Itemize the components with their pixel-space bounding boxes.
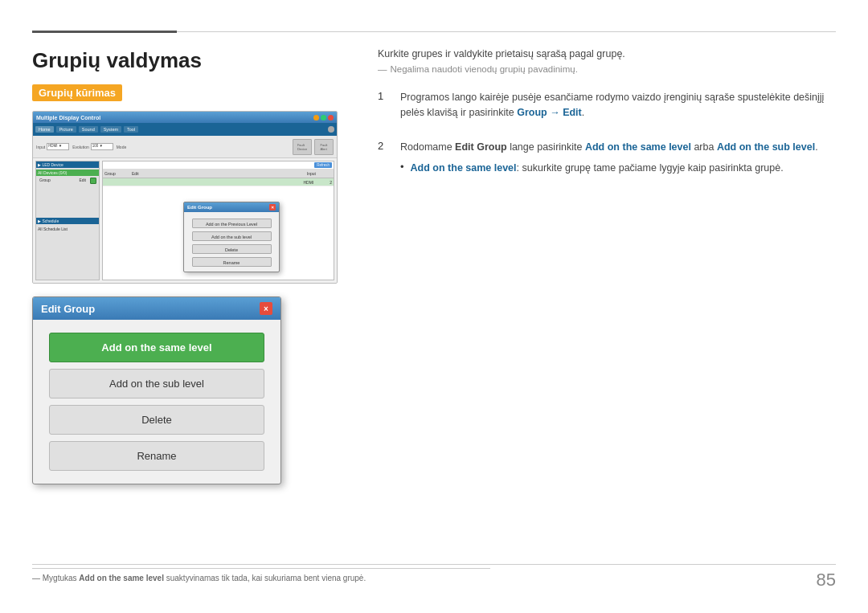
- edit-group-dialog-large: Edit Group × Add on the same level Add o…: [32, 296, 281, 484]
- bottom-separator-line: [32, 564, 836, 565]
- btn-add-sub-level[interactable]: Add on the sub level: [49, 369, 264, 398]
- btn-add-same-level[interactable]: Add on the same level: [49, 333, 264, 362]
- top-line-light: [177, 31, 836, 32]
- screenshot-mockup: Multiple Display Control Home Picture So…: [32, 111, 338, 284]
- footnote: ― Mygtukas Add on the same level suaktyv…: [32, 568, 490, 582]
- sidebar-led-section: ▶ LED Device: [36, 161, 99, 168]
- nav-tab-system: System: [100, 126, 121, 133]
- right-panel: Kurkite grupes ir valdykite prietaisų są…: [378, 48, 836, 195]
- intro-text: Kurkite grupes ir valdykite prietaisų są…: [378, 48, 836, 59]
- control-group-mode: Mode: [117, 145, 127, 149]
- mdc-content-area: ▶ LED Device All Devices (0/0) Group Edi…: [33, 158, 337, 283]
- edit-group-title-sm: Edit Group ✕: [184, 202, 279, 212]
- sidebar-all-devices: All Devices (0/0): [36, 170, 99, 176]
- btn-delete[interactable]: Delete: [49, 405, 264, 435]
- top-line-dark: [32, 31, 177, 33]
- edit-group-title-large: Edit Group ×: [33, 297, 280, 320]
- step-2-text: Rodomame Edit Group lange pasirinkite Ad…: [400, 140, 818, 155]
- sidebar-schedule-section: ▶ Schedule: [36, 218, 99, 224]
- control-group-input: Input HDMI ▼: [36, 143, 69, 150]
- page-number: 85: [817, 570, 836, 591]
- step-2-bold1: Edit Group: [455, 141, 507, 153]
- edit-group-dialog-small: Edit Group ✕ Add on the Previous Level A…: [183, 202, 280, 272]
- close-icon-sm: ✕: [269, 204, 276, 210]
- note-content: Negalima naudoti vienodų grupių pavadini…: [391, 64, 578, 74]
- mdc-left-sidebar: ▶ LED Device All Devices (0/0) Group Edi…: [35, 161, 100, 280]
- note-dash: ―: [378, 64, 387, 74]
- section-title: Grupių kūrimas: [32, 84, 122, 101]
- left-panel: Grupių valdymas Grupių kūrimas Multiple …: [32, 48, 346, 484]
- edit-group-title-text: Edit Group: [41, 303, 95, 315]
- edit-group-body: Add on the same level Add on the sub lev…: [33, 320, 280, 484]
- page-title: Grupių valdymas: [32, 48, 346, 73]
- close-icon-large[interactable]: ×: [260, 302, 272, 315]
- step-1: 1 Programos lango kairėje pusėje esančia…: [378, 90, 836, 121]
- nav-tab-home: Home: [35, 126, 54, 133]
- sidebar-group: Group: [38, 177, 76, 185]
- btn-delete-sm: Delete: [192, 244, 272, 254]
- step-2-link2[interactable]: Add on the sub level: [717, 141, 815, 153]
- mdc-icon-faultdevice2: FaultAlert: [314, 139, 334, 155]
- step-1-text: Programos lango kairėje pusėje esančiame…: [400, 90, 836, 121]
- mdc-icon-faultdevice1: FaultDevice: [293, 139, 312, 155]
- note-text: ― Negalima naudoti vienodų grupių pavadi…: [378, 64, 836, 74]
- step-2-number: 2: [378, 140, 391, 177]
- bullet-text: Add on the same level: sukurkite grupę t…: [411, 161, 784, 176]
- step-1-number: 1: [378, 90, 391, 121]
- nav-tab-picture: Picture: [56, 126, 76, 133]
- footnote-bold: Add on the same level: [79, 574, 164, 582]
- btn-add-previous-sm: Add on the Previous Level: [192, 219, 272, 228]
- nav-tab-tool: Tool: [124, 126, 138, 133]
- btn-rename-sm: Rename: [192, 257, 272, 267]
- sidebar-all-schedule: All Schedule List: [36, 226, 99, 232]
- nav-tab-sound: Sound: [79, 126, 98, 133]
- mdc-app-title: Multiple Display Control: [36, 115, 100, 121]
- table-header: Group Edit Input: [103, 169, 334, 178]
- mdc-main-content: Refresh Group Edit Input HDMI 2: [102, 161, 334, 280]
- btn-rename[interactable]: Rename: [49, 441, 264, 471]
- step-2-bullet: • Add on the same level: sukurkite grupę…: [400, 161, 818, 176]
- sidebar-edit: Edit: [77, 177, 88, 185]
- mdc-controls: Input HDMI ▼ Evolution 100 ▼ Mode FaultD…: [33, 136, 337, 158]
- step-2-link1[interactable]: Add on the same level: [585, 141, 691, 153]
- screenshot-inner: Multiple Display Control Home Picture So…: [33, 112, 337, 283]
- footnote-text: ― Mygtukas Add on the same level suaktyv…: [32, 574, 366, 582]
- mdc-nav-bar: Home Picture Sound System Tool: [33, 123, 337, 136]
- table-row: HDMI 2: [103, 178, 334, 186]
- btn-add-sub-sm: Add on the sub level: [192, 231, 272, 241]
- step-2: 2 Rodomame Edit Group lange pasirinkite …: [378, 140, 836, 177]
- step-1-link[interactable]: Group → Edit: [517, 107, 582, 118]
- bullet-link[interactable]: Add on the same level: [411, 162, 517, 174]
- bullet-dot: •: [400, 161, 404, 176]
- control-group-evolution: Evolution 100 ▼: [72, 143, 113, 150]
- top-decorative-lines: [32, 31, 836, 33]
- mdc-title-bar: Multiple Display Control: [33, 112, 337, 123]
